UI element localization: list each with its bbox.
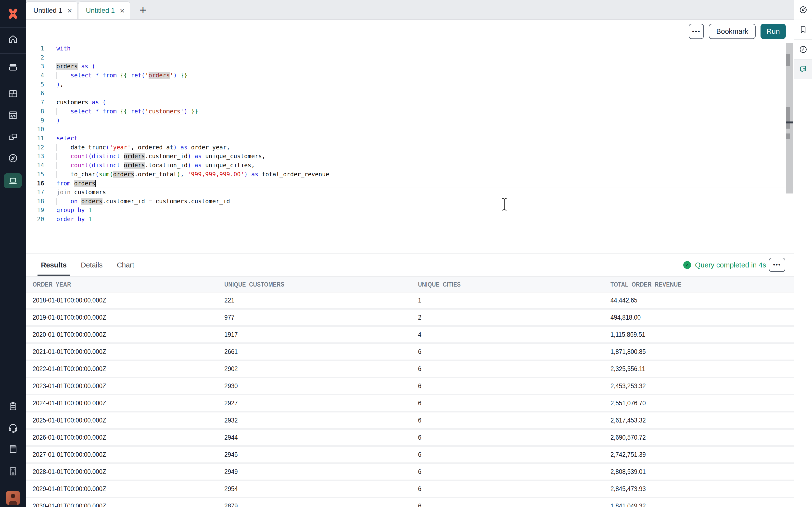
code-line-6[interactable]: 6 (26, 89, 794, 98)
editor-tab[interactable]: Untitled 1× (78, 1, 130, 19)
table-cell: 2 (418, 314, 588, 321)
code-line-11[interactable]: 11select (26, 134, 794, 143)
bookmark-icon (799, 25, 808, 34)
code-line-14[interactable]: 14 count(distinct orders.location_id) as… (26, 161, 794, 170)
docs-book-icon (7, 444, 19, 455)
code-token (177, 144, 180, 151)
divider (0, 27, 26, 28)
sidebar-item-home[interactable] (0, 28, 26, 50)
table-row[interactable]: 2028-01-01T00:00:00.000Z294962,808,539.0… (26, 464, 794, 481)
results-more-button[interactable]: ••• (769, 258, 785, 272)
sidebar-item-docs-book[interactable] (0, 438, 26, 460)
code-line-15[interactable]: 15 to_char(sum(orders.order_total), '999… (26, 170, 794, 179)
editor-scrollbar[interactable] (786, 43, 793, 193)
panel-item-bookmark[interactable] (794, 20, 812, 40)
sidebar-item-clipboard[interactable] (0, 395, 26, 417)
code-line-9[interactable]: 9) (26, 116, 794, 125)
table-row[interactable]: 2021-01-01T00:00:00.000Z266161,871,800.8… (26, 344, 794, 361)
code-line-13[interactable]: 13 count(distinct orders.customer_id) as… (26, 152, 794, 161)
scrollbar-cursor-marker (786, 121, 793, 123)
table-row[interactable]: 2030-01-01T00:00:00.000Z287961,841,049.3… (26, 498, 794, 507)
code-token: ' (170, 72, 173, 79)
code-line-3[interactable]: 3orders as ( (26, 62, 794, 71)
code-line-17[interactable]: 17join customers (26, 188, 794, 197)
table-cell: 2,845,473.93 (610, 485, 772, 493)
table-row[interactable]: 2026-01-01T00:00:00.000Z294462,690,570.7… (26, 430, 794, 447)
code-token: , (60, 81, 63, 88)
results-tab-details[interactable]: Details (81, 254, 103, 276)
panel-item-history-clock[interactable] (794, 40, 812, 59)
panel-item-ai-assistant-chat[interactable] (794, 59, 812, 79)
sidebar-item-org-building[interactable] (0, 460, 26, 482)
code-line-16[interactable]: 16from orders (26, 179, 794, 188)
org-building-icon (7, 466, 19, 477)
results-tab-chart[interactable]: Chart (117, 254, 134, 276)
results-tab-results[interactable]: Results (41, 254, 67, 276)
code-line-10[interactable]: 10 (26, 125, 794, 134)
sidebar-item-code-window[interactable] (0, 104, 26, 126)
code-token: order_year (191, 144, 226, 151)
sql-editor[interactable]: 1with23orders as (4 select * from {{ ref… (26, 43, 794, 253)
panel-item-explore-compass[interactable] (794, 0, 812, 20)
code-line-12[interactable]: 12 date_trunc('year', ordered_at) as ord… (26, 143, 794, 152)
run-button[interactable]: Run (761, 24, 786, 39)
results-table-header: ORDER_YEARUNIQUE_CUSTOMERSUNIQUE_CITIEST… (26, 277, 794, 292)
code-line-19[interactable]: 19group by 1 (26, 206, 794, 215)
code-token: ) (56, 81, 60, 88)
hex-logo[interactable] (0, 0, 26, 27)
sidebar-item-explore-compass[interactable] (0, 147, 26, 169)
more-options-button[interactable]: ••• (689, 24, 704, 39)
table-row[interactable]: 2025-01-01T00:00:00.000Z293262,617,453.3… (26, 412, 794, 430)
code-token: distinct (92, 162, 120, 169)
table-row[interactable]: 2024-01-01T00:00:00.000Z292762,551,076.7… (26, 395, 794, 412)
code-line-20[interactable]: 20order by 1 (26, 215, 794, 224)
code-lines: 1with23orders as (4 select * from {{ ref… (26, 44, 794, 224)
code-text: to_char(sum(orders.order_total), '999,99… (44, 170, 329, 179)
code-line-4[interactable]: 4 select * from {{ ref('orders') }} (26, 71, 794, 80)
code-text: count(distinct orders.location_id) as un… (44, 161, 255, 170)
table-cell: 2027-01-01T00:00:00.000Z (33, 451, 201, 458)
table-row[interactable]: 2029-01-01T00:00:00.000Z295462,845,473.9… (26, 481, 794, 498)
tab-close-icon[interactable]: × (67, 6, 72, 15)
table-row[interactable]: 2020-01-01T00:00:00.000Z191741,115,869.5… (26, 327, 794, 344)
sidebar-item-compute-laptop[interactable] (0, 170, 26, 192)
code-token: count (70, 162, 88, 169)
code-line-5[interactable]: 5), (26, 80, 794, 89)
table-cell: 6 (418, 382, 588, 390)
results-panel: ResultsDetailsChart ✓ Query completed in… (26, 253, 794, 507)
sidebar-item-apps-grid[interactable] (0, 83, 26, 105)
code-line-2[interactable]: 2 (26, 53, 794, 62)
windows-overlap-icon (7, 131, 19, 142)
table-row[interactable]: 2019-01-01T00:00:00.000Z9772494,818.00 (26, 309, 794, 327)
table-cell: 2,690,570.72 (610, 434, 772, 441)
table-row[interactable]: 2023-01-01T00:00:00.000Z293062,453,253.3… (26, 378, 794, 395)
line-number: 6 (26, 89, 44, 98)
code-token: 'year' (110, 144, 131, 151)
code-token: ) (184, 108, 187, 115)
code-text: customers as ( (44, 98, 106, 107)
code-token: ordered_at (138, 144, 173, 151)
table-cell: 6 (418, 502, 588, 507)
code-line-18[interactable]: 18 on orders.customer_id = customers.cus… (26, 197, 794, 206)
tab-close-icon[interactable]: × (120, 6, 124, 15)
user-avatar[interactable] (6, 491, 20, 505)
new-tab-button[interactable]: + (140, 4, 146, 16)
code-line-8[interactable]: 8 select * from {{ ref('customers') }} (26, 107, 794, 116)
table-row[interactable]: 2018-01-01T00:00:00.000Z221144,442.65 (26, 292, 794, 309)
code-token: from (102, 108, 117, 115)
bookmark-button[interactable]: Bookmark (709, 24, 756, 39)
sidebar-item-windows-overlap[interactable] (0, 126, 26, 148)
code-token: group (56, 207, 74, 214)
sidebar-item-support-headset[interactable] (0, 416, 26, 438)
code-line-7[interactable]: 7customers as ( (26, 98, 794, 107)
table-row[interactable]: 2022-01-01T00:00:00.000Z290262,325,556.1… (26, 361, 794, 378)
table-cell: 2026-01-01T00:00:00.000Z (33, 434, 201, 441)
scrollbar-marker (786, 133, 790, 139)
table-row[interactable]: 2027-01-01T00:00:00.000Z294662,742,751.3… (26, 447, 794, 464)
code-line-1[interactable]: 1with (26, 44, 794, 53)
editor-tab[interactable]: Untitled 1× (26, 1, 78, 19)
table-cell: 2927 (224, 399, 395, 407)
code-token (99, 72, 102, 79)
line-number: 5 (26, 80, 44, 89)
sidebar-item-collections-drawer[interactable] (0, 56, 26, 78)
